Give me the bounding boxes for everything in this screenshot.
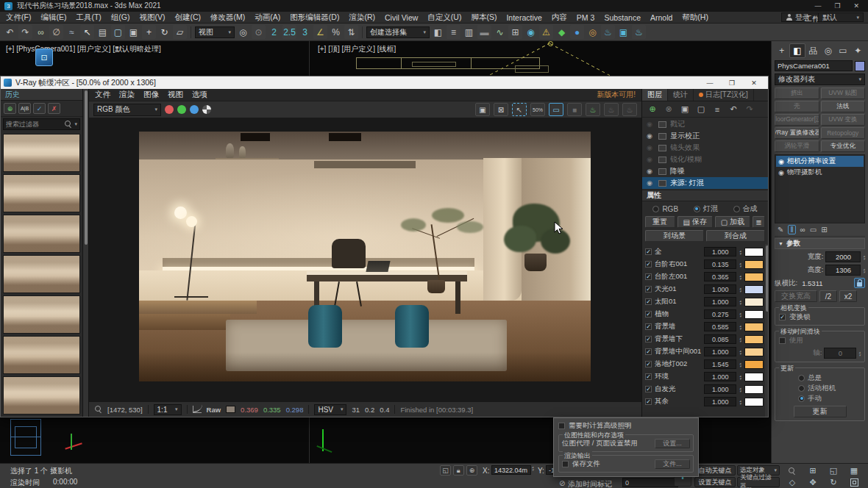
history-thumbnail[interactable] <box>3 134 80 172</box>
lightmix-color-swatch[interactable] <box>744 335 764 344</box>
source-radio[interactable]: 合成 <box>733 204 758 214</box>
history-scrollbar[interactable] <box>83 89 89 417</box>
eye-icon[interactable]: ◉ <box>647 156 655 163</box>
link-icon[interactable]: ∞ <box>34 25 48 39</box>
update-radio[interactable]: 手动 <box>798 393 861 403</box>
ribbon-icon[interactable]: ▬ <box>477 25 491 39</box>
plugin-orange-icon[interactable]: ◎ <box>586 25 600 39</box>
lightmix-color-swatch[interactable] <box>744 273 764 281</box>
motion-tab[interactable]: ◎ <box>821 43 835 58</box>
add-layer-icon[interactable]: ⊕ <box>646 104 659 115</box>
lightmix-value-field[interactable]: 1.000 <box>704 347 736 356</box>
menu-item[interactable]: 文件(F) <box>6 12 31 23</box>
camera-viewport-label[interactable]: [+] [PhysCamera001] [用户定义] [默认明暗处理] <box>6 44 161 54</box>
display-tab[interactable]: ▭ <box>836 43 850 58</box>
history-thumbnail[interactable] <box>3 336 80 374</box>
vfb-menu-item[interactable]: 选项 <box>192 90 207 100</box>
source-radio[interactable]: RGB <box>652 205 678 213</box>
spinner[interactable]: ▴▾ <box>739 249 741 255</box>
modifier-button[interactable]: UVW 变换 <box>821 114 866 126</box>
x-field[interactable]: 14322.04m <box>491 465 531 475</box>
snap-25d-icon[interactable]: 2.5 <box>282 25 296 39</box>
load-button[interactable]: ▢ 加载 <box>715 216 750 228</box>
menu-item[interactable]: 组(G) <box>111 12 130 23</box>
spinner[interactable]: ▴▾ <box>532 465 534 471</box>
checkbox-checked-icon[interactable]: ✓ <box>645 323 652 330</box>
menu-item[interactable]: 图形编辑器(D) <box>290 12 339 23</box>
checkbox-checked-icon[interactable]: ✓ <box>645 386 652 392</box>
spinner[interactable]: ▴▾ <box>858 351 861 356</box>
lightmix-color-swatch[interactable] <box>744 310 764 319</box>
layer-row[interactable]: ◉ 戳记 <box>642 118 768 130</box>
lightmix-color-swatch[interactable] <box>744 348 764 356</box>
pan-icon[interactable]: ✥︎ <box>803 477 822 488</box>
vfb-image-area[interactable] <box>89 118 641 401</box>
lightmix-row[interactable]: ✓ 台阶右001 0.135 ▴▾ <box>645 258 764 270</box>
source-radio[interactable]: 灯混 <box>694 204 718 214</box>
lightmix-scrollbar[interactable] <box>765 244 768 417</box>
workspace-combo[interactable]: 默认 ▾ <box>818 12 864 22</box>
lightmix-value-field[interactable]: 1.000 <box>704 247 736 256</box>
modifier-button[interactable]: 法线 <box>821 101 866 112</box>
menu-item[interactable]: 工具(T) <box>76 12 101 23</box>
menu-item[interactable]: 渲染(R) <box>349 12 375 23</box>
lightmix-color-swatch[interactable] <box>744 285 764 294</box>
setup-button[interactable]: 设置... <box>655 439 690 448</box>
lightmix-color-swatch[interactable] <box>744 298 764 306</box>
double-button[interactable]: x2 <box>839 290 857 302</box>
lightmix-row[interactable]: ✓ 环境 1.000 ▴▾ <box>645 370 764 383</box>
reset-button[interactable]: 重置 <box>645 216 675 228</box>
menu-item[interactable]: 创建(C) <box>175 12 202 23</box>
checkbox-checked-icon[interactable]: ✓ <box>645 298 652 305</box>
layer-row[interactable]: ◉ 显示校正 <box>642 130 768 142</box>
eye-icon[interactable]: ◉ <box>647 121 655 128</box>
lightmix-value-field[interactable]: 1.000 <box>704 372 736 381</box>
rectangular-region-icon[interactable]: ▢ <box>111 25 125 39</box>
object-name-field[interactable]: PhysCamera001 <box>775 60 853 71</box>
height-field[interactable]: 1306 <box>825 265 861 276</box>
to-composite-button[interactable]: 到合成 <box>706 230 765 242</box>
layers-tab[interactable]: 图层 <box>642 89 668 101</box>
spinner-snap-icon[interactable]: ⇅ <box>344 25 358 39</box>
menu-item[interactable]: 编辑(E) <box>40 12 66 23</box>
lightmix-color-swatch[interactable] <box>744 360 764 369</box>
region-render-button[interactable]: ↖ <box>512 103 527 116</box>
window-crossing-icon[interactable]: ▣ <box>127 25 140 39</box>
checkbox-checked-icon[interactable]: ✓ <box>645 361 652 367</box>
spinner[interactable]: ▴▾ <box>739 387 741 392</box>
stack-item[interactable]: ◉ 相机分辨率设置 <box>776 156 864 167</box>
menu-item[interactable]: 内容 <box>552 12 567 23</box>
vfb-menu-item[interactable]: 渲染 <box>119 90 135 100</box>
rotate-icon[interactable]: ↻ <box>157 25 171 39</box>
floating-window-icon[interactable]: ⊡ <box>35 49 53 66</box>
spinner[interactable]: ▴▾ <box>739 324 741 330</box>
layer-row[interactable]: ◉ 降噪 <box>642 165 768 177</box>
align-icon[interactable]: ≡ <box>447 25 460 39</box>
plugin-blue-icon[interactable]: ● <box>570 25 584 39</box>
zoom-badge[interactable]: 50% <box>530 103 545 116</box>
isolate-selection-icon[interactable]: ◱ <box>440 465 451 476</box>
eye-icon[interactable]: ◉ <box>778 158 784 165</box>
maximize-viewport-icon[interactable] <box>844 477 864 488</box>
checkbox-checked-icon[interactable]: ✓ <box>645 373 652 380</box>
top-viewport-label[interactable]: [+] [顶] [用户定义] [线框] <box>318 44 396 54</box>
save-image-button[interactable]: ▣ <box>475 103 490 116</box>
modifier-button[interactable]: Retopology <box>821 127 866 139</box>
bind-to-spacewarp-icon[interactable]: ≈ <box>65 25 79 39</box>
mirror-icon[interactable]: ◧ <box>431 25 445 39</box>
modifier-list-dropdown[interactable]: 修改器列表▾ <box>775 73 865 85</box>
checkbox-checked-icon[interactable]: ✓ <box>645 348 652 355</box>
save-file-checkbox[interactable] <box>562 461 569 467</box>
lightmix-row[interactable]: ✓ 背景墙中间001 1.000 ▴▾ <box>645 345 764 358</box>
frame-field[interactable]: 0 <box>622 478 678 487</box>
unlink-icon[interactable]: ∅ <box>49 25 63 39</box>
redo-icon[interactable]: ↷ <box>18 25 32 39</box>
lightmix-value-field[interactable]: 1.000 <box>704 297 736 306</box>
history-thumbnail[interactable] <box>3 295 80 334</box>
maximize-button[interactable]: ❐ <box>834 2 840 10</box>
select-object-icon[interactable]: ↖ <box>80 25 94 39</box>
eye-icon[interactable]: ◉ <box>647 132 655 140</box>
object-color-swatch[interactable] <box>855 61 865 71</box>
utilities-tab[interactable]: ✦ <box>851 43 865 58</box>
checkbox-checked-icon[interactable]: ✓ <box>645 398 652 405</box>
